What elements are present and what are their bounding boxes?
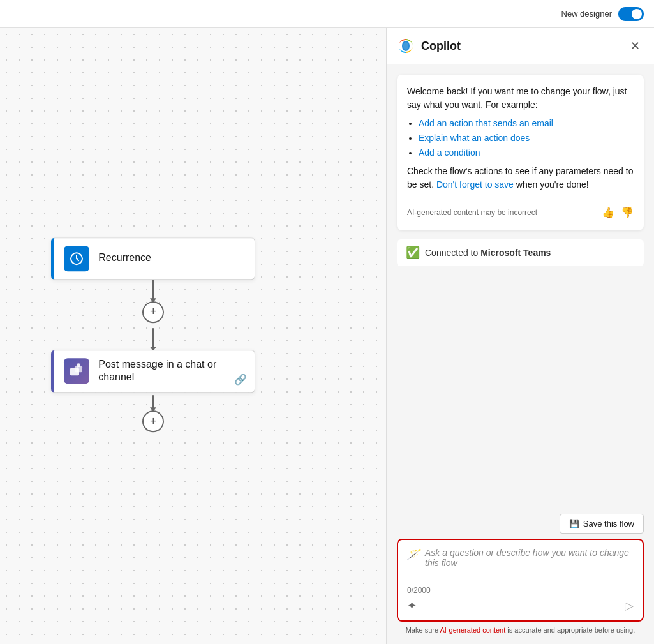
connector-3 bbox=[152, 395, 154, 408]
new-designer-label: New designer bbox=[561, 9, 613, 19]
send-button[interactable]: ▷ bbox=[625, 599, 634, 613]
save-icon: 💾 bbox=[569, 519, 579, 528]
connection-text: Connected to Microsoft Teams bbox=[425, 248, 551, 258]
copilot-title: Copilot bbox=[397, 37, 461, 55]
save-flow-button[interactable]: 💾 Save this flow bbox=[560, 514, 644, 534]
teams-label: Post message in a chat or channel bbox=[98, 358, 244, 385]
examples-list: Add an action that sends an email Explai… bbox=[419, 117, 634, 160]
teams-node[interactable]: Post message in a chat or channel 🔗 bbox=[51, 350, 255, 393]
copilot-header: Copilot ✕ bbox=[387, 28, 654, 64]
new-designer-toggle[interactable] bbox=[618, 7, 644, 21]
welcome-bubble: Welcome back! If you want me to change y… bbox=[397, 75, 644, 230]
main-layout: Recurrence + Post message in a chat o bbox=[0, 28, 654, 644]
topbar: New designer bbox=[0, 0, 654, 28]
footer-disclaimer: Make sure AI-generated content is accura… bbox=[397, 622, 644, 640]
input-placeholder: 🪄 Ask a question or describe how you wan… bbox=[407, 548, 634, 568]
connection-status: ✅ Connected to Microsoft Teams bbox=[397, 239, 644, 266]
char-count: 0/2000 bbox=[407, 586, 634, 595]
svg-rect-4 bbox=[77, 368, 78, 373]
close-copilot-button[interactable]: ✕ bbox=[627, 38, 644, 54]
flow-diagram: Recurrence + Post message in a chat o bbox=[51, 237, 255, 435]
svg-point-3 bbox=[77, 364, 80, 368]
link-icon: 🔗 bbox=[234, 373, 247, 386]
example-3[interactable]: Add a condition bbox=[419, 147, 480, 158]
ai-disclaimer: AI-generated content may be incorrect 👍 … bbox=[407, 198, 634, 220]
copilot-body: Welcome back! If you want me to change y… bbox=[387, 64, 654, 507]
feedback-icons: 👍 👎 bbox=[602, 205, 634, 220]
thumbs-up-icon[interactable]: 👍 bbox=[602, 205, 614, 220]
followup-text: Check the flow's actions to see if any p… bbox=[407, 165, 634, 191]
sparkle-icon: 🪄 bbox=[407, 548, 420, 560]
input-actions: ✦ ▷ bbox=[407, 599, 634, 613]
connector-2 bbox=[152, 328, 154, 347]
chat-input-area[interactable]: 🪄 Ask a question or describe how you wan… bbox=[397, 539, 644, 622]
example-1[interactable]: Add an action that sends an email bbox=[419, 118, 553, 128]
recurrence-node[interactable]: Recurrence bbox=[51, 237, 255, 280]
check-circle-icon: ✅ bbox=[406, 246, 420, 260]
connector-1 bbox=[152, 280, 154, 299]
copilot-logo-icon bbox=[397, 37, 415, 55]
save-flow-area: 💾 Save this flow bbox=[397, 514, 644, 534]
copilot-footer: 💾 Save this flow 🪄 Ask a question or des… bbox=[387, 507, 654, 644]
thumbs-down-icon[interactable]: 👎 bbox=[621, 205, 634, 220]
recurrence-label: Recurrence bbox=[98, 251, 151, 265]
copilot-panel: Copilot ✕ Welcome back! If you want me t… bbox=[386, 28, 654, 644]
flow-canvas[interactable]: Recurrence + Post message in a chat o bbox=[0, 28, 386, 644]
add-step-btn-2[interactable]: + bbox=[142, 410, 164, 432]
svg-point-6 bbox=[403, 42, 408, 50]
welcome-text: Welcome back! If you want me to change y… bbox=[407, 85, 634, 112]
sparkle-button[interactable]: ✦ bbox=[407, 599, 417, 613]
example-2[interactable]: Explain what an action does bbox=[419, 133, 530, 143]
add-step-btn-1[interactable]: + bbox=[142, 301, 164, 323]
teams-icon bbox=[64, 359, 89, 384]
recurrence-icon bbox=[64, 246, 89, 271]
